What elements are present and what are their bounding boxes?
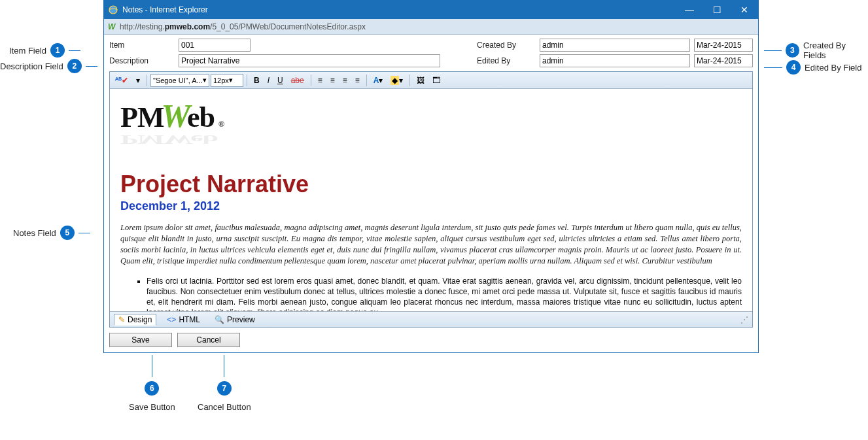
url-host: pmweb.com	[165, 22, 210, 31]
spellcheck-dropdown-icon[interactable]: ▾	[133, 74, 143, 87]
align-center-icon[interactable]: ≡	[327, 74, 338, 87]
annotation-2: 2Description Field	[0, 59, 97, 73]
font-color-icon[interactable]: A ▾	[370, 74, 387, 87]
code-icon: <>	[167, 315, 176, 324]
doc-paragraph: Lorem ipsum dolor sit amet, faucibus mal…	[120, 222, 742, 267]
edited-by-field[interactable]	[540, 54, 690, 67]
cancel-button[interactable]: Cancel	[177, 333, 240, 347]
align-right-icon[interactable]: ≡	[339, 74, 351, 87]
annotation-7-label: Cancel Button	[198, 402, 251, 412]
url-text[interactable]: http://testing.pmweb.com/5_0_05/PMWeb/Do…	[120, 22, 366, 31]
maximize-button[interactable]: ☐	[703, 1, 731, 19]
font-family-select[interactable]: "Segoe UI", A...▾	[150, 74, 209, 87]
resize-grip-icon[interactable]: ⋰	[740, 315, 748, 324]
form-area: Item Created By Description Edited By	[104, 35, 758, 71]
magnifier-icon: 🔍	[215, 315, 224, 324]
font-size-value: 12px	[213, 76, 229, 84]
ie-window: Notes - Internet Explorer — ☐ ✕ W http:/…	[103, 0, 759, 353]
annotation-1-label: Item Field	[9, 46, 46, 56]
notes-field[interactable]: PMWeb ® PMWeb Project Narrative December…	[110, 89, 752, 311]
font-family-value: "Segoe UI", A...	[153, 76, 203, 84]
align-justify-icon[interactable]: ≡	[352, 74, 363, 87]
doc-list: Felis orci ut lacinia. Porttitor sed est…	[147, 276, 742, 312]
row-description: Description Edited By	[109, 54, 753, 67]
url-pre: http://testing.	[120, 22, 165, 31]
annotation-4-label: Edited By Field	[805, 63, 861, 73]
created-by-label: Created By	[477, 41, 536, 50]
editor-tabs: ✎ Design <> HTML 🔍 Preview ⋰	[110, 311, 752, 327]
tab-design[interactable]: ✎ Design	[114, 314, 156, 326]
button-row: Save Cancel	[104, 330, 758, 352]
doc-date: December 1, 2012	[120, 199, 742, 213]
minimize-button[interactable]: —	[676, 1, 703, 19]
annotation-3: 3Created By Fields	[764, 41, 868, 60]
annotation-6: 6Save Button	[129, 355, 175, 412]
annotation-3-label: Created By Fields	[803, 41, 868, 60]
row-item: Item Created By	[109, 39, 753, 52]
tab-html-label: HTML	[179, 315, 200, 324]
insert-object-icon[interactable]: 🗔	[429, 74, 443, 87]
pmweb-logo: PMWeb ® PMWeb	[120, 97, 742, 156]
edited-by-label: Edited By	[477, 56, 536, 65]
tab-preview-label: Preview	[227, 315, 255, 324]
tab-design-label: Design	[128, 315, 152, 324]
bold-icon[interactable]: B	[251, 74, 263, 87]
url-post: /5_0_05/PMWeb/DocumentNotesEditor.aspx	[210, 22, 366, 31]
annotation-7: 7Cancel Button	[198, 355, 251, 412]
spellcheck-icon[interactable]: ᴬᴮ✔	[112, 74, 131, 87]
underline-icon[interactable]: U	[274, 74, 286, 87]
italic-icon[interactable]: I	[264, 74, 273, 87]
address-bar: W http://testing.pmweb.com/5_0_05/PMWeb/…	[104, 19, 758, 35]
titlebar: Notes - Internet Explorer — ☐ ✕	[104, 1, 758, 19]
strike-icon[interactable]: abe	[288, 74, 307, 87]
annotation-1: 1Item Field	[9, 43, 80, 58]
ie-icon	[108, 5, 118, 15]
window-title: Notes - Internet Explorer	[122, 5, 676, 14]
description-label: Description	[109, 56, 175, 65]
font-size-select[interactable]: 12px ▾	[211, 74, 243, 87]
favicon-icon: W	[108, 22, 117, 31]
doc-title: Project Narrative	[120, 171, 742, 198]
save-button[interactable]: Save	[109, 333, 172, 347]
edited-by-date-field[interactable]	[694, 54, 753, 67]
annotation-6-label: Save Button	[129, 402, 175, 412]
annotation-4: 4Edited By Field	[764, 60, 861, 75]
created-by-date-field[interactable]	[694, 39, 753, 52]
annotation-2-label: Description Field	[0, 61, 63, 71]
highlight-icon[interactable]: ◆▾	[387, 74, 406, 87]
created-by-field[interactable]	[540, 39, 690, 52]
annotation-5: 5Notes Field	[13, 226, 90, 240]
description-field[interactable]	[179, 54, 440, 67]
close-button[interactable]: ✕	[731, 1, 758, 19]
editor: ᴬᴮ✔ ▾ "Segoe UI", A...▾ 12px ▾ B I U abe…	[109, 71, 753, 328]
window-buttons: — ☐ ✕	[676, 1, 758, 19]
pencil-icon: ✎	[118, 315, 125, 324]
insert-image-icon[interactable]: 🖼	[413, 74, 428, 87]
tab-preview[interactable]: 🔍 Preview	[211, 314, 259, 325]
svg-point-0	[109, 6, 117, 14]
item-field[interactable]	[179, 39, 251, 52]
annotation-5-label: Notes Field	[13, 228, 56, 238]
align-left-icon[interactable]: ≡	[315, 74, 326, 87]
tab-html[interactable]: <> HTML	[163, 314, 204, 325]
item-label: Item	[109, 41, 175, 50]
editor-toolbar: ᴬᴮ✔ ▾ "Segoe UI", A...▾ 12px ▾ B I U abe…	[110, 72, 752, 89]
doc-bullet: Felis orci ut lacinia. Porttitor sed est…	[147, 276, 742, 312]
